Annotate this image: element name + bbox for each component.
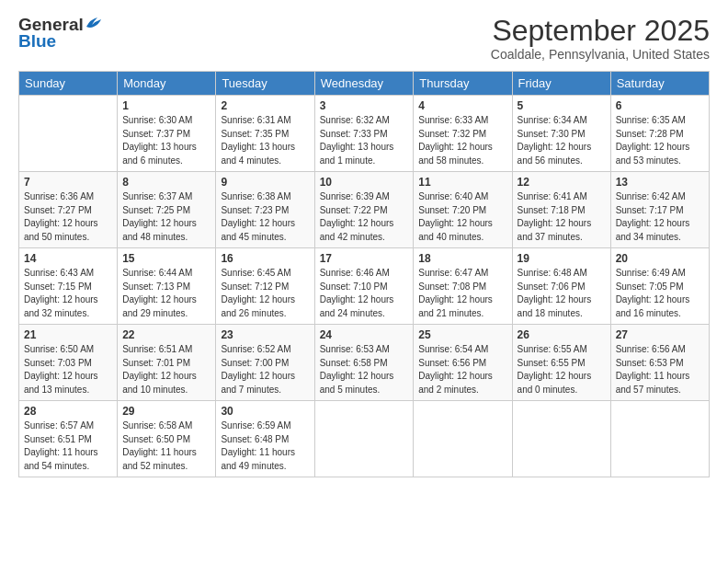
cell-content: Sunrise: 6:55 AM Sunset: 6:55 PM Dayligh… [518,343,606,396]
calendar-day-header: Thursday [414,72,512,96]
logo: General Blue [18,15,105,52]
day-number: 24 [320,328,409,341]
calendar-cell: 3Sunrise: 6:32 AM Sunset: 7:33 PM Daylig… [314,96,414,172]
day-number: 14 [24,252,112,265]
calendar-week-row: 21Sunrise: 6:50 AM Sunset: 7:03 PM Dayli… [19,325,710,401]
day-number: 18 [418,252,506,265]
cell-content: Sunrise: 6:33 AM Sunset: 7:32 PM Dayligh… [418,114,506,167]
cell-content: Sunrise: 6:39 AM Sunset: 7:22 PM Dayligh… [320,190,409,244]
calendar-day-header: Friday [512,72,610,96]
day-number: 9 [221,176,309,189]
cell-content: Sunrise: 6:44 AM Sunset: 7:13 PM Dayligh… [122,267,210,320]
day-number: 6 [616,99,704,112]
day-number: 3 [320,99,409,112]
calendar-cell: 24Sunrise: 6:53 AM Sunset: 6:58 PM Dayli… [314,325,414,401]
cell-content: Sunrise: 6:43 AM Sunset: 7:15 PM Dayligh… [24,267,112,320]
page-title: September 2025 [491,15,710,47]
cell-content: Sunrise: 6:40 AM Sunset: 7:20 PM Dayligh… [418,190,506,244]
cell-content: Sunrise: 6:59 AM Sunset: 6:48 PM Dayligh… [221,419,309,473]
calendar-cell: 16Sunrise: 6:45 AM Sunset: 7:12 PM Dayli… [216,248,314,325]
title-block: September 2025 Coaldale, Pennsylvania, U… [491,15,710,62]
cell-content: Sunrise: 6:41 AM Sunset: 7:18 PM Dayligh… [518,190,606,244]
calendar-cell: 14Sunrise: 6:43 AM Sunset: 7:15 PM Dayli… [19,248,118,325]
cell-content: Sunrise: 6:53 AM Sunset: 6:58 PM Dayligh… [320,343,409,396]
day-number: 1 [122,99,210,112]
day-number: 11 [418,176,506,189]
day-number: 28 [24,405,112,418]
calendar-cell: 2Sunrise: 6:31 AM Sunset: 7:35 PM Daylig… [216,96,314,172]
calendar-week-row: 14Sunrise: 6:43 AM Sunset: 7:15 PM Dayli… [19,248,710,325]
day-number: 13 [616,176,704,189]
cell-content: Sunrise: 6:52 AM Sunset: 7:00 PM Dayligh… [221,343,309,396]
cell-content: Sunrise: 6:47 AM Sunset: 7:08 PM Dayligh… [418,267,506,320]
calendar-cell: 4Sunrise: 6:33 AM Sunset: 7:32 PM Daylig… [414,96,512,172]
cell-content: Sunrise: 6:32 AM Sunset: 7:33 PM Dayligh… [320,114,409,167]
day-number: 12 [518,176,606,189]
cell-content: Sunrise: 6:31 AM Sunset: 7:35 PM Dayligh… [221,114,309,167]
calendar-cell: 20Sunrise: 6:49 AM Sunset: 7:05 PM Dayli… [610,248,709,325]
cell-content: Sunrise: 6:49 AM Sunset: 7:05 PM Dayligh… [616,267,704,320]
calendar-day-header: Sunday [19,72,118,96]
calendar-cell: 7Sunrise: 6:36 AM Sunset: 7:27 PM Daylig… [19,172,118,248]
day-number: 17 [320,252,409,265]
page: General Blue September 2025 Coaldale, Pe… [0,0,728,563]
calendar-cell: 19Sunrise: 6:48 AM Sunset: 7:06 PM Dayli… [512,248,610,325]
cell-content: Sunrise: 6:50 AM Sunset: 7:03 PM Dayligh… [24,343,112,396]
cell-content: Sunrise: 6:37 AM Sunset: 7:25 PM Dayligh… [122,190,210,244]
day-number: 22 [122,328,210,341]
calendar-week-row: 7Sunrise: 6:36 AM Sunset: 7:27 PM Daylig… [19,172,710,248]
calendar-cell: 30Sunrise: 6:59 AM Sunset: 6:48 PM Dayli… [216,401,314,477]
day-number: 16 [221,252,309,265]
cell-content: Sunrise: 6:42 AM Sunset: 7:17 PM Dayligh… [616,190,704,244]
calendar-cell: 17Sunrise: 6:46 AM Sunset: 7:10 PM Dayli… [314,248,414,325]
day-number: 10 [320,176,409,189]
day-number: 21 [24,328,112,341]
calendar-cell: 22Sunrise: 6:51 AM Sunset: 7:01 PM Dayli… [118,325,216,401]
calendar-cell: 21Sunrise: 6:50 AM Sunset: 7:03 PM Dayli… [19,325,118,401]
calendar-cell: 23Sunrise: 6:52 AM Sunset: 7:00 PM Dayli… [216,325,314,401]
calendar-cell: 9Sunrise: 6:38 AM Sunset: 7:23 PM Daylig… [216,172,314,248]
cell-content: Sunrise: 6:48 AM Sunset: 7:06 PM Dayligh… [518,267,606,320]
cell-content: Sunrise: 6:45 AM Sunset: 7:12 PM Dayligh… [221,267,309,320]
cell-content: Sunrise: 6:57 AM Sunset: 6:51 PM Dayligh… [24,419,112,473]
cell-content: Sunrise: 6:34 AM Sunset: 7:30 PM Dayligh… [518,114,606,167]
day-number: 19 [518,252,606,265]
calendar-day-header: Tuesday [216,72,314,96]
day-number: 25 [418,328,506,341]
calendar-cell: 15Sunrise: 6:44 AM Sunset: 7:13 PM Dayli… [118,248,216,325]
cell-content: Sunrise: 6:35 AM Sunset: 7:28 PM Dayligh… [616,114,704,167]
calendar-cell: 28Sunrise: 6:57 AM Sunset: 6:51 PM Dayli… [19,401,118,477]
cell-content: Sunrise: 6:51 AM Sunset: 7:01 PM Dayligh… [122,343,210,396]
day-number: 7 [24,176,112,189]
calendar-day-header: Saturday [610,72,709,96]
calendar-cell [19,96,118,172]
day-number: 27 [616,328,704,341]
calendar-cell: 18Sunrise: 6:47 AM Sunset: 7:08 PM Dayli… [414,248,512,325]
day-number: 23 [221,328,309,341]
day-number: 29 [122,405,210,418]
day-number: 8 [122,176,210,189]
calendar-cell: 29Sunrise: 6:58 AM Sunset: 6:50 PM Dayli… [118,401,216,477]
calendar-table: SundayMondayTuesdayWednesdayThursdayFrid… [18,71,710,477]
calendar-day-header: Wednesday [314,72,414,96]
calendar-cell [314,401,414,477]
logo-blue: Blue [18,31,56,52]
calendar-cell: 6Sunrise: 6:35 AM Sunset: 7:28 PM Daylig… [610,96,709,172]
day-number: 2 [221,99,309,112]
day-number: 4 [418,99,506,112]
logo-bird-icon [85,16,105,30]
calendar-cell: 1Sunrise: 6:30 AM Sunset: 7:37 PM Daylig… [118,96,216,172]
cell-content: Sunrise: 6:56 AM Sunset: 6:53 PM Dayligh… [616,343,704,396]
calendar-cell [414,401,512,477]
calendar-header-row: SundayMondayTuesdayWednesdayThursdayFrid… [19,72,710,96]
cell-content: Sunrise: 6:54 AM Sunset: 6:56 PM Dayligh… [418,343,506,396]
calendar-cell: 26Sunrise: 6:55 AM Sunset: 6:55 PM Dayli… [512,325,610,401]
cell-content: Sunrise: 6:58 AM Sunset: 6:50 PM Dayligh… [122,419,210,473]
calendar-day-header: Monday [118,72,216,96]
calendar-cell: 12Sunrise: 6:41 AM Sunset: 7:18 PM Dayli… [512,172,610,248]
calendar-cell [512,401,610,477]
header: General Blue September 2025 Coaldale, Pe… [18,15,710,62]
day-number: 20 [616,252,704,265]
calendar-cell [610,401,709,477]
day-number: 30 [221,405,309,418]
